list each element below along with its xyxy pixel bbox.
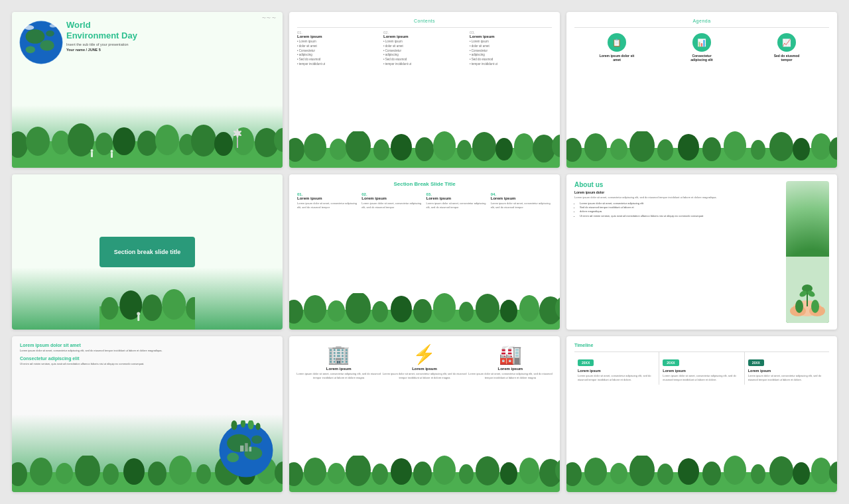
section-break-title: Section break slide title	[114, 249, 181, 255]
section-break-box: Section break slide title	[99, 237, 196, 267]
slide7-title1: Lorem ipsum dolor sit amet	[20, 343, 275, 347]
four-columns: 01. Lorem ipsum Lorem ipsum dolor sit am…	[297, 192, 552, 210]
svg-rect-113	[240, 446, 243, 452]
svg-point-118	[30, 458, 52, 485]
agenda-icon-1: 📋	[608, 33, 626, 52]
slide-7[interactable]: Lorem ipsum dolor sit amet Lorem ipsum d…	[12, 336, 283, 492]
svg-point-34	[330, 139, 347, 160]
svg-point-44	[533, 135, 555, 162]
svg-point-43	[514, 133, 534, 160]
timeline-col-2: 20XX Lorem ipsum Lorem ipsum dolor sit a…	[659, 352, 744, 385]
slide-9[interactable]: Timeline 20XX Lorem ipsum Lorem ipsum do…	[566, 336, 837, 492]
about-sub: Lorem ipsum dolor	[574, 190, 781, 194]
building-icon: 🏢	[296, 346, 381, 364]
slide8-col-3: 🏭 Lorem ipsum Lorem ipsum dolor sit amet…	[468, 346, 553, 380]
svg-point-4	[46, 31, 54, 36]
slide7-globe	[216, 420, 276, 480]
svg-point-120	[75, 456, 100, 486]
slide-3[interactable]: Agenda 📋 Lorem ipsum dolor sit amet 📊 Co…	[566, 12, 837, 168]
agenda-icons: 📋 Lorem ipsum dolor sit amet 📊 Consectet…	[574, 33, 829, 62]
svg-point-42	[495, 138, 513, 160]
svg-point-81	[304, 295, 326, 323]
slide9-scenery	[566, 456, 837, 492]
slide8-body-2: Lorem ipsum dolor sit amet, consectetur …	[381, 372, 467, 380]
slide7-title2: Consectetur adipiscing elit	[20, 356, 275, 361]
agenda-item-2: 📊 Consectetur adipiscing elit	[684, 33, 720, 62]
slide-1[interactable]: World Environment Day Insert the sub tit…	[12, 12, 283, 168]
svg-point-48	[584, 133, 607, 161]
timeline-year-2: 20XX	[663, 359, 679, 366]
slide8-label-1: Lorem ipsum	[296, 367, 381, 371]
tower-icon: ⚡	[381, 346, 467, 364]
svg-point-78	[137, 312, 140, 316]
agenda-item-3: 📈 Sed do eiusmod tempor	[769, 33, 805, 62]
svg-point-112	[255, 423, 260, 430]
svg-point-103	[811, 300, 819, 313]
svg-point-40	[457, 140, 472, 160]
slide8-scenery	[289, 456, 560, 492]
agenda-icon-3: 📈	[777, 33, 796, 52]
svg-point-132	[304, 458, 326, 485]
four-col-3: 03. Lorem ipsum Lorem ipsum dolor sit am…	[426, 192, 488, 210]
slide-grid: World Environment Day Insert the sub tit…	[0, 0, 849, 504]
slide-2[interactable]: Contents 01. Lorem ipsum • Lorem ipsum• …	[289, 12, 560, 168]
slide8-label-3: Lorem ipsum	[468, 367, 553, 371]
slide3-scenery	[566, 131, 837, 168]
svg-point-152	[702, 462, 721, 485]
svg-point-121	[103, 464, 119, 485]
svg-point-24	[91, 149, 94, 152]
timeline-head-2: Lorem ipsum	[663, 369, 740, 373]
slide8-col-2: ⚡ Lorem ipsum Lorem ipsum dolor sit amet…	[381, 346, 467, 380]
agenda-label-1: Lorem ipsum dolor sit amet	[599, 54, 635, 62]
svg-point-2	[40, 40, 54, 50]
svg-point-150	[657, 464, 673, 485]
svg-point-147	[584, 458, 607, 485]
svg-rect-77	[137, 315, 139, 321]
slide-5[interactable]: Section Break Slide Title 01. Lorem ipsu…	[289, 174, 560, 330]
svg-point-87	[433, 293, 456, 322]
svg-point-122	[123, 458, 145, 485]
timeline-year-1: 20XX	[578, 359, 594, 366]
svg-point-53	[702, 137, 721, 161]
timeline-body-1: Lorem ipsum dolor sit amet, consectetur …	[578, 374, 655, 382]
svg-point-7	[50, 24, 57, 27]
svg-point-83	[346, 293, 371, 324]
svg-point-89	[476, 294, 499, 323]
svg-point-14	[113, 127, 135, 155]
svg-point-82	[328, 300, 345, 322]
slide-6[interactable]: About us Lorem ipsum dolor Lorem ipsum d…	[566, 174, 837, 330]
timeline-body-2: Lorem ipsum dolor sit amet, consectetur …	[663, 374, 740, 382]
contents-col-2: 02. Lorem ipsum • Lorem ipsum• dolor sit…	[383, 31, 466, 67]
slide1-title-line2: Environment Day	[66, 31, 137, 41]
svg-point-52	[678, 134, 699, 160]
svg-point-119	[56, 463, 73, 484]
slide8-label-2: Lorem ipsum	[381, 367, 467, 371]
timeline-head-1: Lorem ipsum	[578, 369, 655, 373]
svg-point-142	[519, 458, 539, 484]
svg-point-18	[191, 125, 216, 157]
svg-point-37	[391, 134, 412, 160]
slide7-body1: Lorem ipsum dolor sit amet, consectetur …	[20, 349, 275, 353]
four-col-4: 04. Lorem ipsum Lorem ipsum dolor sit am…	[491, 192, 552, 210]
svg-point-133	[328, 463, 345, 484]
agenda-label-3: Sed do eiusmod tempor	[769, 54, 805, 62]
slide4-scenery	[99, 286, 196, 330]
timeline-head-3: Lorem ipsum	[748, 369, 826, 373]
slide-8[interactable]: 🏢 Lorem ipsum Lorem ipsum dolor sit amet…	[289, 336, 560, 492]
svg-point-139	[459, 464, 474, 484]
svg-point-141	[500, 462, 517, 485]
svg-point-50	[629, 131, 655, 162]
svg-point-56	[769, 132, 793, 161]
svg-point-54	[724, 131, 746, 160]
slide1-scenery	[12, 115, 283, 168]
svg-point-140	[476, 456, 499, 485]
timeline-col-1: 20XX Lorem ipsum Lorem ipsum dolor sit a…	[574, 352, 659, 385]
timeline-year-3: 20XX	[748, 359, 764, 366]
svg-point-107	[227, 453, 239, 462]
about-body: Lorem ipsum dolor sit amet, consectetur …	[574, 196, 781, 200]
slide-4[interactable]: Section break slide title	[12, 174, 283, 330]
timeline-title: Timeline	[574, 343, 829, 347]
svg-point-49	[610, 139, 627, 160]
svg-point-26	[111, 150, 113, 153]
svg-point-15	[137, 131, 157, 156]
